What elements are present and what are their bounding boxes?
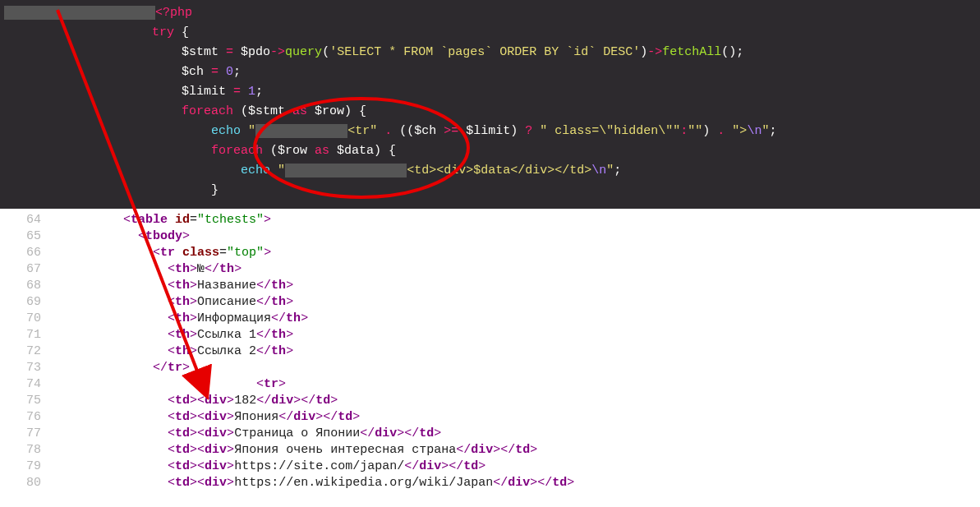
line-number: 80: [0, 475, 49, 491]
code-token: \n: [747, 124, 761, 138]
code-content: <tr class="top">: [49, 245, 271, 261]
code-token: $data) {: [329, 144, 396, 158]
code-token: [532, 124, 540, 138]
code-token: \n: [591, 164, 606, 177]
code-content: <tbody>: [49, 228, 190, 245]
code-token: as: [315, 144, 329, 158]
code-token: $limit): [458, 124, 525, 138]
code-token: ;: [255, 85, 263, 99]
code-content: <th>Название</th>: [49, 278, 293, 294]
code-token: >=: [444, 124, 458, 138]
code-line: foreach ($row as $data) {: [0, 141, 980, 161]
code-token: ;: [233, 65, 241, 79]
code-line: try {: [0, 23, 980, 43]
code-token: [377, 124, 384, 138]
code-line: 66 <tr class="top">: [0, 245, 980, 261]
code-token: (($ch: [392, 124, 444, 138]
code-token: foreach: [211, 144, 263, 158]
code-token: (: [322, 45, 329, 59]
code-line: 71 <th>Ссылка 1</th>: [0, 327, 980, 343]
code-token: $limit: [182, 85, 233, 99]
code-token: [4, 25, 152, 39]
code-token: [4, 144, 211, 158]
line-number: 67: [0, 261, 49, 278]
code-line: 65 <tbody>: [0, 228, 980, 245]
code-line: echo " <tr" . (($ch >= $limit) ? " class…: [0, 122, 980, 141]
code-line: 70 <th>Информация</th>: [0, 311, 980, 327]
code-token: <tr": [347, 124, 377, 138]
code-content: <th>Ссылка 2</th>: [49, 343, 293, 360]
code-line: }: [0, 181, 980, 200]
code-token: $ch: [182, 65, 211, 79]
code-line: 64 <table id="tchests">: [0, 212, 980, 228]
code-token: ();: [721, 45, 743, 59]
code-line: $ch = 0;: [0, 62, 980, 82]
code-content: <td><div>182</div></td>: [49, 393, 338, 409]
code-content: <th>Информация</th>: [49, 311, 308, 327]
code-token: $row) {: [307, 104, 366, 118]
code-token: ": [248, 124, 255, 138]
code-token: [285, 164, 407, 177]
code-token: $pdo: [233, 45, 270, 59]
line-number: 71: [0, 327, 49, 343]
code-token: ": [278, 164, 285, 177]
code-content: <td><div>https://site.com/japan/</div></…: [49, 459, 485, 475]
code-token: fetchAll: [662, 45, 721, 59]
code-token: ->: [647, 45, 662, 59]
code-token: [725, 124, 732, 138]
code-token: ": [606, 164, 614, 177]
code-content: <th>Ссылка 1</th>: [49, 327, 293, 343]
code-token: echo: [211, 124, 241, 138]
code-token: <td><div>$data</div></td>: [407, 164, 591, 177]
line-number: 64: [0, 212, 49, 228]
line-number: 73: [0, 360, 49, 376]
line-number: 78: [0, 442, 49, 459]
code-token: foreach: [182, 104, 233, 118]
line-number: 65: [0, 228, 49, 245]
code-token: [4, 183, 211, 197]
code-content: <td><div>Страница о Японии</div></td>: [49, 426, 441, 442]
code-line: $stmt = $pdo->query('SELECT * FROM `page…: [0, 43, 980, 62]
code-line: 78 <td><div>Япония очень интересная стра…: [0, 442, 980, 459]
code-content: <th>Описание</th>: [49, 294, 293, 311]
code-line: 75 <td><div>182</div></td>: [0, 393, 980, 409]
code-token: =: [226, 45, 233, 59]
code-token: [270, 164, 278, 177]
code-line: 69 <th>Описание</th>: [0, 294, 980, 311]
code-token: " class=\"hidden\"": [540, 124, 680, 138]
code-token: ;: [769, 124, 776, 138]
code-token: ): [702, 124, 717, 138]
code-token: 1: [248, 85, 255, 99]
code-token: [219, 65, 226, 79]
code-content: <tr>: [49, 376, 286, 393]
code-line: 67 <th>№</th>: [0, 261, 980, 278]
code-token: =: [233, 85, 241, 99]
code-content: <td><div>Япония очень интересная страна<…: [49, 442, 537, 459]
code-token: {: [174, 25, 189, 39]
line-number: 74: [0, 376, 49, 393]
code-line: $limit = 1;: [0, 82, 980, 102]
code-token: as: [292, 104, 307, 118]
line-number: 76: [0, 409, 49, 426]
code-token: try: [152, 25, 174, 39]
code-token: [241, 124, 248, 138]
code-token: =: [211, 65, 219, 79]
code-token: echo: [241, 164, 270, 177]
code-token: .: [717, 124, 725, 138]
code-token: }: [211, 183, 219, 197]
code-token: query: [285, 45, 322, 59]
code-token: .: [384, 124, 392, 138]
code-token: [4, 45, 182, 59]
code-line: 76 <td><div>Япония</div></td>: [0, 409, 980, 426]
code-token: ?: [525, 124, 532, 138]
line-number: 79: [0, 459, 49, 475]
code-content: <table id="tchests">: [49, 212, 271, 228]
code-token: ($stmt: [233, 104, 292, 118]
code-token: "": [688, 124, 702, 138]
code-line: foreach ($stmt as $row) {: [0, 102, 980, 122]
code-token: [255, 124, 347, 138]
line-number: 75: [0, 393, 49, 409]
code-content: </tr>: [49, 360, 190, 376]
code-token: [4, 164, 241, 177]
code-line: echo " <td><div>$data</div></td>\n";: [0, 161, 980, 181]
